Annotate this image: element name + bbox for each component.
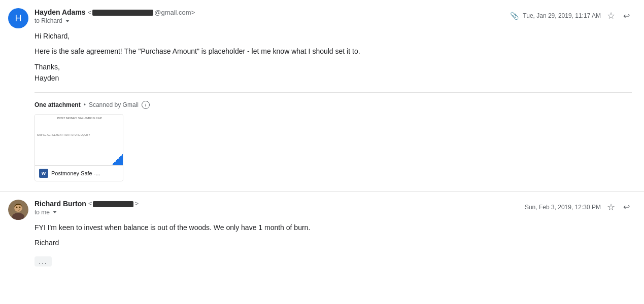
sender-info-1: Hayden Adams <@gmail.com> to Richard	[35, 8, 195, 24]
email-header-1: H Hayden Adams <@gmail.com> to Richard	[8, 8, 632, 28]
reply-button-2[interactable]: ↩	[621, 200, 632, 214]
to-dropdown-2[interactable]	[52, 211, 57, 213]
attachment-label-1: One attachment • Scanned by Gmail i	[35, 101, 632, 109]
reply-icon-2: ↩	[623, 202, 630, 212]
corner-fold	[112, 153, 123, 165]
to-row-2: to me	[35, 209, 139, 216]
email-item-2: Richard Burton <> to me Sun, Feb 3, 2019…	[0, 192, 644, 275]
email-header-right-1: 📎 Tue, Jan 29, 2019, 11:17 AM ☆ ↩	[510, 8, 632, 23]
attachment-count: One attachment	[35, 101, 81, 108]
star-icon-1: ☆	[607, 10, 615, 21]
email-header-left-1: H Hayden Adams <@gmail.com> to Richard	[8, 8, 195, 28]
attachment-section-1: One attachment • Scanned by Gmail i POST…	[35, 92, 632, 183]
svg-point-3	[16, 206, 18, 208]
timestamp-2: Sun, Feb 3, 2019, 12:30 PM	[525, 204, 601, 211]
svg-point-4	[19, 206, 21, 208]
email-thread: H Hayden Adams <@gmail.com> to Richard	[0, 0, 644, 275]
attachment-footer-1: W Postmoney Safe -...	[35, 165, 123, 181]
email-header-2: Richard Burton <> to me Sun, Feb 3, 2019…	[8, 200, 632, 220]
star-button-1[interactable]: ☆	[605, 8, 617, 23]
sender-name-1: Hayden Adams	[35, 8, 86, 16]
sender-name-row-1: Hayden Adams <@gmail.com>	[35, 8, 195, 16]
timestamp-1: Tue, Jan 29, 2019, 11:17 AM	[523, 12, 601, 19]
email-header-right-2: Sun, Feb 3, 2019, 12:30 PM ☆ ↩	[525, 200, 632, 215]
attachment-name: Postmoney Safe -...	[51, 170, 100, 176]
attachment-clip-icon: 📎	[510, 12, 519, 20]
sender-email-2: <>	[88, 200, 139, 207]
sender-name-2: Richard Burton	[35, 200, 86, 208]
reply-button-1[interactable]: ↩	[621, 9, 632, 23]
body-main-1: Here is the safe agreement! The "Purchas…	[35, 46, 632, 57]
expand-dots-button[interactable]: ...	[35, 256, 52, 267]
attachment-preview-1: POST MONEY VALUATION CAP SIMPLE AGREEMEN…	[35, 115, 123, 165]
email-item-1: H Hayden Adams <@gmail.com> to Richard	[0, 0, 644, 192]
attachment-card-1[interactable]: POST MONEY VALUATION CAP SIMPLE AGREEMEN…	[35, 114, 123, 181]
sender-info-2: Richard Burton <> to me	[35, 200, 139, 216]
scanned-label: Scanned by Gmail	[89, 101, 139, 108]
to-dropdown-1[interactable]	[64, 20, 70, 22]
sender-email-1: <@gmail.com>	[88, 9, 195, 16]
word-icon: W	[39, 169, 48, 178]
doc-content: POST MONEY VALUATION CAP SIMPLE AGREEMEN…	[35, 115, 123, 165]
chevron-down-icon-1	[65, 20, 70, 22]
body-thanks-1: Thanks, Hayden	[35, 61, 632, 84]
sender-name-row-2: Richard Burton <>	[35, 200, 139, 208]
chevron-down-icon-2	[53, 211, 57, 213]
info-icon[interactable]: i	[142, 101, 150, 109]
body-greeting-1: Hi Richard,	[35, 30, 632, 42]
avatar-hayden: H	[8, 8, 28, 28]
body-main-2: FYI I'm keen to invest when balance is o…	[35, 222, 632, 233]
email-body-1: Hi Richard, Here is the safe agreement! …	[35, 30, 632, 84]
star-button-2[interactable]: ☆	[605, 200, 617, 215]
star-icon-2: ☆	[607, 202, 615, 213]
to-row-1: to Richard	[35, 17, 195, 24]
avatar-richard	[8, 200, 28, 220]
reply-icon-1: ↩	[623, 11, 630, 21]
email-body-2: FYI I'm keen to invest when balance is o…	[35, 222, 632, 249]
email-header-left-2: Richard Burton <> to me	[8, 200, 139, 220]
body-sig-2: Richard	[35, 237, 632, 248]
